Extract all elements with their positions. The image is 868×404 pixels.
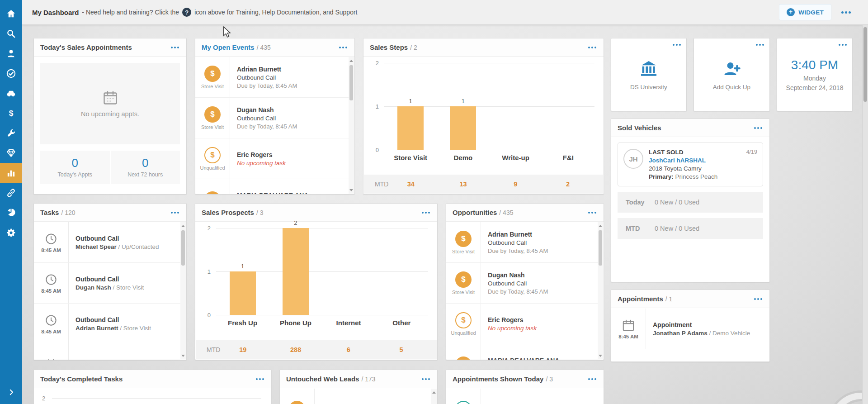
card-menu-icon[interactable] [755, 42, 765, 48]
card-menu-icon[interactable] [255, 376, 265, 382]
scroll-down-icon[interactable] [349, 187, 354, 193]
sidebar-item-inventory[interactable] [0, 83, 22, 103]
sidebar-item-dashboard[interactable] [0, 163, 22, 183]
add-person-icon [722, 59, 742, 78]
sidebar-item-integrations[interactable] [0, 183, 22, 203]
card-scrollbar[interactable] [598, 222, 603, 359]
topbar: My Dashboard - Need help and training? C… [22, 0, 868, 25]
card-menu-icon[interactable] [753, 296, 763, 302]
list-item[interactable]: $Unqualified Eric RogersNo upcoming task [195, 138, 349, 179]
scrollbar-thumb[interactable] [181, 230, 185, 266]
sidebar-item-home[interactable] [0, 4, 22, 24]
sidebar-item-sales[interactable]: $ [0, 103, 22, 123]
scroll-up-icon[interactable] [598, 223, 603, 228]
check-circle-icon [6, 68, 16, 79]
mtd-row: MTD 34 13 9 2 [364, 175, 603, 194]
task-item[interactable]: 8:45 AM Outbound CallDugan Nash / Store … [34, 263, 180, 304]
card-menu-icon[interactable] [170, 45, 180, 50]
card-title: Untouched Web Leads/ 173 [286, 375, 376, 383]
pie-chart-icon [6, 208, 16, 218]
contact-name: Adrian Burnett [237, 66, 349, 73]
card-menu-icon[interactable] [672, 42, 682, 48]
ds-university-button[interactable]: DS University [611, 38, 686, 111]
scrollbar-thumb[interactable] [599, 230, 602, 266]
appointment-item[interactable]: 8:45 AM AppointmentJonathan P Adams / De… [611, 309, 769, 349]
sidebar-expand-button[interactable] [0, 383, 22, 401]
sidebar-item-deals[interactable] [0, 143, 22, 163]
card-title: Sales Prospects/ 3 [202, 209, 263, 216]
x-axis-labels: Fresh Up Phone Up Internet Other [216, 315, 428, 327]
card-menu-icon[interactable] [421, 210, 431, 215]
last-sold-panel[interactable]: JH LAST SOLD JoshCarl hARSHAL 2018 Toyot… [618, 143, 763, 186]
clock-icon [44, 232, 58, 246]
bar-value-label: 1 [216, 263, 269, 270]
card-appointments-shown-today: Appointments Shown Today/ 3 Strike Anywh… [446, 370, 604, 404]
mtd-value: 19 [217, 346, 269, 353]
sidebar-item-search[interactable] [0, 24, 22, 43]
scroll-up-icon[interactable] [180, 223, 186, 228]
dashboard-page: $ My Dashboard - Need help and training?… [0, 0, 868, 404]
stat-todays-appts[interactable]: 0 Today's Appts [40, 151, 110, 184]
list-item[interactable]: $ MARIA DEALVARE,ANAOutbound Call [446, 344, 598, 360]
scroll-down-icon[interactable] [598, 353, 603, 358]
empty-text: No upcoming appts. [81, 110, 139, 118]
task-item[interactable]: 8:45 AM Outbound CallMichael Spear / Up/… [34, 222, 180, 263]
sidebar-item-contacts[interactable] [0, 43, 22, 63]
card-title: Today's Completed Tasks [40, 375, 123, 383]
vehicle-name: 2018 Toyota Camry [649, 165, 717, 172]
card-menu-icon[interactable] [338, 45, 348, 50]
card-title: Sold Vehicles [618, 124, 661, 132]
card-sales-steps: Sales Steps/ 2 2 1 0 1 1 [363, 38, 604, 195]
scroll-up-icon[interactable] [349, 58, 354, 63]
list-item[interactable]: Strike Anywhere / 7 - Lost [446, 389, 598, 404]
customer-link[interactable]: JoshCarl hARSHAL [649, 157, 717, 164]
list-item[interactable]: $ OneMore OneMoreGuy [280, 389, 431, 404]
topbar-menu-icon[interactable] [840, 10, 852, 15]
card-menu-icon[interactable] [587, 376, 597, 382]
card-scrollbar[interactable] [349, 57, 354, 194]
stat-next-72-hours[interactable]: 0 Next 72 hours [111, 151, 180, 184]
card-scrollbar[interactable] [431, 389, 437, 404]
page-scrollbar[interactable] [862, 25, 868, 404]
card-menu-icon[interactable] [421, 376, 431, 382]
card-header: Opportunities/ 435 [446, 204, 604, 222]
list-item[interactable]: $Store Visit Dugan NashOutbound CallDue … [195, 98, 349, 138]
card-menu-icon[interactable] [587, 210, 597, 215]
gear-icon [6, 228, 16, 238]
mtd-value: 13 [437, 181, 490, 188]
list-item[interactable]: $ MARIA DEALVARE,ANAOutbound Call [195, 179, 349, 194]
list-item[interactable]: $Store Visit Adrian BurnettOutbound Call… [446, 222, 598, 263]
scroll-up-icon[interactable] [431, 390, 437, 395]
dollar-badge-icon: $ [204, 66, 221, 82]
bar-value-label: 1 [384, 98, 437, 105]
page-scrollbar-thumb[interactable] [863, 27, 867, 102]
card-menu-icon[interactable] [170, 210, 180, 215]
list-item[interactable]: $Store Visit Dugan NashOutbound CallDue … [446, 263, 598, 304]
wrench-icon [6, 128, 16, 138]
card-menu-icon[interactable] [753, 125, 763, 131]
card-scrollbar[interactable] [180, 222, 186, 359]
sidebar-item-service[interactable] [0, 123, 22, 143]
card-header: Sold Vehicles [611, 119, 769, 137]
card-menu-icon[interactable] [587, 45, 597, 50]
card-ds-university: DS University [611, 38, 687, 111]
mtd-value: 2 [542, 181, 594, 188]
card-header: Appointments/ 1 [611, 290, 769, 308]
scrollbar-thumb[interactable] [349, 65, 353, 100]
task-item[interactable]: Appointment [34, 344, 180, 360]
card-untouched-web-leads: Untouched Web Leads/ 173 $ OneMore OneMo… [279, 370, 438, 404]
sidebar-item-settings[interactable] [0, 223, 22, 242]
list-item[interactable]: $Store Visit Adrian BurnettOutbound Call… [195, 57, 349, 98]
list-item[interactable]: $Unqualified Eric RogersNo upcoming task [446, 304, 598, 344]
task-item[interactable]: 8:45 AM Outbound CallAdrian Burnett / St… [34, 304, 180, 344]
current-day: Monday [803, 75, 826, 82]
add-quick-up-button[interactable]: Add Quick Up [694, 38, 769, 111]
add-widget-button[interactable]: + WIDGET [779, 4, 831, 20]
sidebar-item-reports[interactable] [0, 203, 22, 223]
calendar-icon [102, 90, 118, 106]
card-menu-icon[interactable] [838, 42, 848, 48]
scroll-down-icon[interactable] [180, 353, 186, 358]
opportunities-list: $Store Visit Adrian BurnettOutbound Call… [446, 222, 598, 360]
bar-value-label: 1 [437, 98, 489, 105]
sidebar-item-tasks[interactable] [0, 63, 22, 83]
